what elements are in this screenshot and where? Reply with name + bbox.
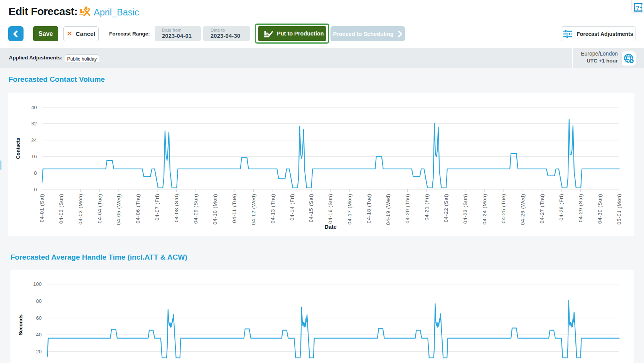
svg-text:40: 40 xyxy=(36,332,42,338)
svg-text:Date: Date xyxy=(324,224,336,230)
svg-text:04-24 (Mon): 04-24 (Mon) xyxy=(482,194,487,225)
svg-text:0: 0 xyxy=(34,187,37,192)
svg-text:04-13 (Thu): 04-13 (Thu) xyxy=(270,194,276,223)
svg-text:04-28 (Fri): 04-28 (Fri) xyxy=(558,194,564,221)
svg-text:05-01 (Mon): 05-01 (Mon) xyxy=(616,194,622,225)
svg-text:16: 16 xyxy=(31,154,37,159)
svg-text:Contacts: Contacts xyxy=(15,138,21,159)
svg-text:04-11 (Tue): 04-11 (Tue) xyxy=(231,194,237,223)
svg-text:100: 100 xyxy=(33,281,42,287)
svg-text:04-07 (Fri): 04-07 (Fri) xyxy=(154,194,160,221)
svg-text:04-16 (Sun): 04-16 (Sun) xyxy=(327,194,333,224)
svg-text:04-18 (Tue): 04-18 (Tue) xyxy=(366,194,372,223)
svg-text:04-21 (Fri): 04-21 (Fri) xyxy=(424,194,430,221)
svg-text:04-20 (Thu): 04-20 (Thu) xyxy=(405,194,410,223)
svg-text:04-29 (Sat): 04-29 (Sat) xyxy=(578,194,583,222)
svg-text:04-08 (Sat): 04-08 (Sat) xyxy=(174,194,179,222)
svg-text:60: 60 xyxy=(36,315,42,321)
svg-text:04-01 (Sat): 04-01 (Sat) xyxy=(39,194,45,222)
svg-text:32: 32 xyxy=(31,121,37,127)
svg-text:20: 20 xyxy=(36,349,42,355)
svg-text:Seconds: Seconds xyxy=(18,314,24,335)
svg-text:04-12 (Wed): 04-12 (Wed) xyxy=(251,194,256,225)
svg-text:04-10 (Mon): 04-10 (Mon) xyxy=(212,194,218,225)
svg-text:04-22 (Sat): 04-22 (Sat) xyxy=(443,194,449,222)
svg-text:04-25 (Tue): 04-25 (Tue) xyxy=(501,194,506,223)
svg-text:04-06 (Thu): 04-06 (Thu) xyxy=(135,194,141,223)
svg-text:04-19 (Wed): 04-19 (Wed) xyxy=(385,194,391,225)
svg-text:04-15 (Sat): 04-15 (Sat) xyxy=(308,194,314,222)
svg-text:04-30 (Sun): 04-30 (Sun) xyxy=(597,194,603,224)
svg-text:24: 24 xyxy=(31,137,37,143)
svg-text:04-04 (Tue): 04-04 (Tue) xyxy=(97,194,103,223)
svg-text:04-17 (Mon): 04-17 (Mon) xyxy=(347,194,352,225)
svg-text:8: 8 xyxy=(34,170,37,176)
svg-text:04-02 (Sun): 04-02 (Sun) xyxy=(58,194,64,224)
svg-text:40: 40 xyxy=(31,105,37,110)
svg-text:04-03 (Mon): 04-03 (Mon) xyxy=(78,194,83,225)
svg-text:04-27 (Thu): 04-27 (Thu) xyxy=(539,194,545,223)
svg-text:04-14 (Fri): 04-14 (Fri) xyxy=(289,194,295,221)
svg-text:04-05 (Wed): 04-05 (Wed) xyxy=(116,194,121,225)
svg-text:80: 80 xyxy=(36,298,42,304)
svg-text:04-26 (Wed): 04-26 (Wed) xyxy=(520,194,526,225)
svg-text:04-23 (Sun): 04-23 (Sun) xyxy=(462,194,468,224)
svg-text:04-09 (Sun): 04-09 (Sun) xyxy=(193,194,199,224)
